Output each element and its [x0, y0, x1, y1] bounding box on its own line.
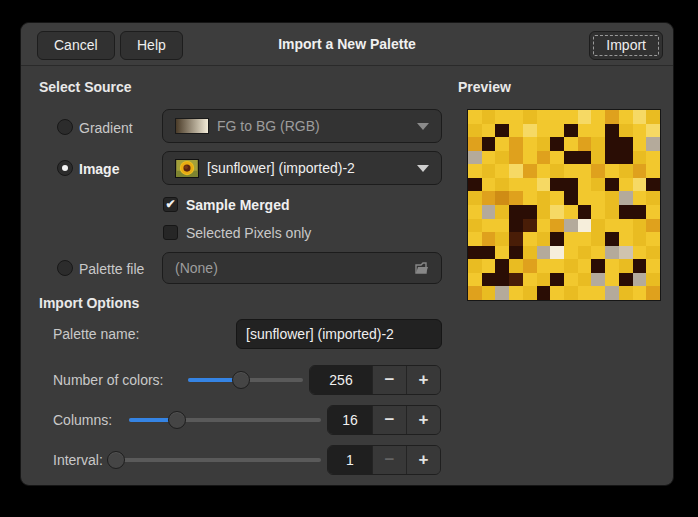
preview-cell [619, 124, 633, 138]
preview-cell [495, 273, 509, 287]
preview-cell [619, 273, 633, 287]
preview-cell [578, 191, 592, 205]
slider-thumb[interactable] [107, 451, 125, 469]
palette-name-label: Palette name: [53, 326, 139, 342]
slider-thumb[interactable] [232, 371, 250, 389]
preview-cell [578, 178, 592, 192]
preview-cell [550, 164, 564, 178]
selected-pixels-checkbox[interactable] [163, 225, 178, 240]
interval-slider[interactable] [116, 451, 321, 469]
preview-cell [591, 151, 605, 165]
chevron-down-icon [417, 123, 429, 130]
preview-cell [495, 137, 509, 151]
preview-cell [482, 110, 496, 124]
preview-cell [564, 151, 578, 165]
preview-cell [591, 124, 605, 138]
preview-cell [591, 137, 605, 151]
image-dropdown-value: [sunflower] (imported)-2 [207, 160, 409, 176]
preview-cell [591, 273, 605, 287]
preview-cell [633, 191, 647, 205]
preview-cell [605, 205, 619, 219]
preview-cell [605, 273, 619, 287]
preview-cell [550, 205, 564, 219]
preview-cell [605, 191, 619, 205]
preview-cell [482, 219, 496, 233]
preview-cell [619, 232, 633, 246]
preview-cell [619, 151, 633, 165]
cancel-button[interactable]: Cancel [37, 31, 115, 60]
preview-cell [509, 110, 523, 124]
preview-cell [646, 205, 660, 219]
preview-cell [550, 178, 564, 192]
preview-cell [591, 205, 605, 219]
interval-value[interactable]: 1 [328, 446, 372, 474]
preview-cell [646, 124, 660, 138]
palette-file-radio[interactable] [57, 260, 73, 276]
minus-button[interactable]: − [372, 366, 406, 394]
palette-file-chooser[interactable]: (None) [162, 252, 442, 284]
preview-cell [646, 273, 660, 287]
preview-cell [564, 164, 578, 178]
preview-cell [605, 124, 619, 138]
preview-cell [495, 246, 509, 260]
plus-button[interactable]: + [406, 406, 440, 434]
preview-cell [495, 191, 509, 205]
help-button[interactable]: Help [120, 31, 183, 60]
preview-cell [509, 137, 523, 151]
preview-cell [523, 191, 537, 205]
preview-cell [537, 110, 551, 124]
slider-thumb[interactable] [168, 411, 186, 429]
minus-button[interactable]: − [372, 406, 406, 434]
preview-cell [578, 151, 592, 165]
preview-cell [591, 286, 605, 300]
palette-name-input[interactable]: [sunflower] (imported)-2 [236, 319, 442, 349]
preview-cell [550, 232, 564, 246]
number-of-colors-spinbox: 256 − + [309, 365, 441, 395]
preview-cell [468, 137, 482, 151]
image-radio[interactable] [57, 160, 73, 176]
preview-cell [564, 110, 578, 124]
preview-cell [509, 273, 523, 287]
preview-cell [564, 205, 578, 219]
number-of-colors-slider[interactable] [188, 371, 303, 389]
preview-cell [564, 124, 578, 138]
number-of-colors-value[interactable]: 256 [310, 366, 372, 394]
sample-merged-checkbox[interactable]: ✔ [163, 197, 178, 212]
preview-cell [605, 246, 619, 260]
preview-cell [468, 178, 482, 192]
preview-cell [509, 286, 523, 300]
preview-cell [537, 259, 551, 273]
preview-cell [468, 273, 482, 287]
preview-cell [633, 178, 647, 192]
gradient-radio[interactable] [57, 119, 73, 135]
gradient-dropdown[interactable]: FG to BG (RGB) [162, 109, 442, 143]
preview-cell [482, 259, 496, 273]
preview-cell [468, 110, 482, 124]
import-button[interactable]: Import [589, 31, 663, 60]
select-source-heading: Select Source [39, 79, 132, 95]
image-dropdown[interactable]: [sunflower] (imported)-2 [162, 151, 442, 185]
preview-cell [495, 178, 509, 192]
dialog-titlebar: Import a New Palette Cancel Help Import [21, 23, 673, 66]
plus-button[interactable]: + [406, 366, 440, 394]
preview-cell [537, 273, 551, 287]
preview-image [467, 109, 661, 301]
preview-cell [509, 219, 523, 233]
preview-cell [495, 151, 509, 165]
preview-cell [633, 273, 647, 287]
preview-cell [564, 246, 578, 260]
preview-cell [578, 110, 592, 124]
preview-cell [564, 178, 578, 192]
preview-cell [564, 232, 578, 246]
preview-cell [482, 205, 496, 219]
interval-label: Interval: [53, 452, 103, 468]
preview-cell [537, 286, 551, 300]
preview-cell [509, 246, 523, 260]
preview-cell [633, 232, 647, 246]
plus-button[interactable]: + [406, 446, 440, 474]
preview-cell [578, 137, 592, 151]
columns-slider[interactable] [129, 411, 321, 429]
minus-button[interactable]: − [372, 446, 406, 474]
columns-value[interactable]: 16 [328, 406, 372, 434]
gradient-radio-label: Gradient [79, 120, 133, 136]
